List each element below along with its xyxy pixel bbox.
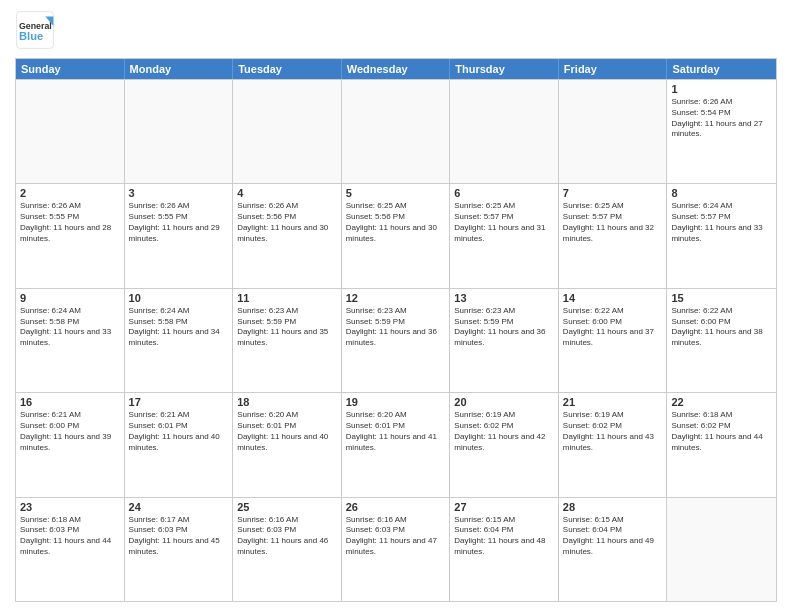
day-cell-3: 3Sunrise: 6:26 AM Sunset: 5:55 PM Daylig… <box>125 184 234 287</box>
day-cell-26: 26Sunrise: 6:16 AM Sunset: 6:03 PM Dayli… <box>342 498 451 601</box>
page: General Blue SundayMondayTuesdayWednesda… <box>0 0 792 612</box>
day-info: Sunrise: 6:15 AM Sunset: 6:04 PM Dayligh… <box>454 515 554 558</box>
day-cell-15: 15Sunrise: 6:22 AM Sunset: 6:00 PM Dayli… <box>667 289 776 392</box>
day-info: Sunrise: 6:26 AM Sunset: 5:56 PM Dayligh… <box>237 201 337 244</box>
day-number: 17 <box>129 396 229 408</box>
day-info: Sunrise: 6:19 AM Sunset: 6:02 PM Dayligh… <box>563 410 663 453</box>
day-header-tuesday: Tuesday <box>233 59 342 79</box>
day-number: 8 <box>671 187 772 199</box>
day-number: 3 <box>129 187 229 199</box>
day-header-saturday: Saturday <box>667 59 776 79</box>
day-info: Sunrise: 6:15 AM Sunset: 6:04 PM Dayligh… <box>563 515 663 558</box>
day-cell-12: 12Sunrise: 6:23 AM Sunset: 5:59 PM Dayli… <box>342 289 451 392</box>
day-cell-17: 17Sunrise: 6:21 AM Sunset: 6:01 PM Dayli… <box>125 393 234 496</box>
day-number: 23 <box>20 501 120 513</box>
day-number: 13 <box>454 292 554 304</box>
day-info: Sunrise: 6:22 AM Sunset: 6:00 PM Dayligh… <box>563 306 663 349</box>
day-cell-8: 8Sunrise: 6:24 AM Sunset: 5:57 PM Daylig… <box>667 184 776 287</box>
day-number: 22 <box>671 396 772 408</box>
day-info: Sunrise: 6:23 AM Sunset: 5:59 PM Dayligh… <box>454 306 554 349</box>
day-cell-empty <box>342 80 451 183</box>
day-number: 11 <box>237 292 337 304</box>
day-info: Sunrise: 6:22 AM Sunset: 6:00 PM Dayligh… <box>671 306 772 349</box>
day-info: Sunrise: 6:21 AM Sunset: 6:01 PM Dayligh… <box>129 410 229 453</box>
day-info: Sunrise: 6:25 AM Sunset: 5:57 PM Dayligh… <box>563 201 663 244</box>
calendar: SundayMondayTuesdayWednesdayThursdayFrid… <box>15 58 777 602</box>
week-row-1: 2Sunrise: 6:26 AM Sunset: 5:55 PM Daylig… <box>16 183 776 287</box>
day-cell-22: 22Sunrise: 6:18 AM Sunset: 6:02 PM Dayli… <box>667 393 776 496</box>
day-cell-5: 5Sunrise: 6:25 AM Sunset: 5:56 PM Daylig… <box>342 184 451 287</box>
day-cell-24: 24Sunrise: 6:17 AM Sunset: 6:03 PM Dayli… <box>125 498 234 601</box>
day-info: Sunrise: 6:24 AM Sunset: 5:58 PM Dayligh… <box>20 306 120 349</box>
day-cell-20: 20Sunrise: 6:19 AM Sunset: 6:02 PM Dayli… <box>450 393 559 496</box>
day-cell-14: 14Sunrise: 6:22 AM Sunset: 6:00 PM Dayli… <box>559 289 668 392</box>
day-cell-18: 18Sunrise: 6:20 AM Sunset: 6:01 PM Dayli… <box>233 393 342 496</box>
day-number: 9 <box>20 292 120 304</box>
day-cell-19: 19Sunrise: 6:20 AM Sunset: 6:01 PM Dayli… <box>342 393 451 496</box>
day-info: Sunrise: 6:20 AM Sunset: 6:01 PM Dayligh… <box>346 410 446 453</box>
day-info: Sunrise: 6:26 AM Sunset: 5:55 PM Dayligh… <box>20 201 120 244</box>
day-info: Sunrise: 6:19 AM Sunset: 6:02 PM Dayligh… <box>454 410 554 453</box>
day-cell-4: 4Sunrise: 6:26 AM Sunset: 5:56 PM Daylig… <box>233 184 342 287</box>
day-info: Sunrise: 6:26 AM Sunset: 5:55 PM Dayligh… <box>129 201 229 244</box>
day-info: Sunrise: 6:25 AM Sunset: 5:56 PM Dayligh… <box>346 201 446 244</box>
day-number: 20 <box>454 396 554 408</box>
day-number: 18 <box>237 396 337 408</box>
calendar-body: 1Sunrise: 6:26 AM Sunset: 5:54 PM Daylig… <box>16 79 776 601</box>
day-header-monday: Monday <box>125 59 234 79</box>
day-header-sunday: Sunday <box>16 59 125 79</box>
week-row-0: 1Sunrise: 6:26 AM Sunset: 5:54 PM Daylig… <box>16 79 776 183</box>
day-cell-empty <box>450 80 559 183</box>
day-number: 2 <box>20 187 120 199</box>
svg-text:Blue: Blue <box>19 30 43 42</box>
day-info: Sunrise: 6:18 AM Sunset: 6:02 PM Dayligh… <box>671 410 772 453</box>
day-number: 28 <box>563 501 663 513</box>
day-cell-28: 28Sunrise: 6:15 AM Sunset: 6:04 PM Dayli… <box>559 498 668 601</box>
day-cell-empty <box>559 80 668 183</box>
day-cell-23: 23Sunrise: 6:18 AM Sunset: 6:03 PM Dayli… <box>16 498 125 601</box>
day-header-thursday: Thursday <box>450 59 559 79</box>
day-cell-empty <box>16 80 125 183</box>
day-number: 7 <box>563 187 663 199</box>
day-number: 16 <box>20 396 120 408</box>
logo: General Blue <box>15 10 55 50</box>
day-cell-6: 6Sunrise: 6:25 AM Sunset: 5:57 PM Daylig… <box>450 184 559 287</box>
day-number: 27 <box>454 501 554 513</box>
day-cell-empty <box>233 80 342 183</box>
day-cell-11: 11Sunrise: 6:23 AM Sunset: 5:59 PM Dayli… <box>233 289 342 392</box>
day-cell-9: 9Sunrise: 6:24 AM Sunset: 5:58 PM Daylig… <box>16 289 125 392</box>
day-info: Sunrise: 6:25 AM Sunset: 5:57 PM Dayligh… <box>454 201 554 244</box>
day-cell-25: 25Sunrise: 6:16 AM Sunset: 6:03 PM Dayli… <box>233 498 342 601</box>
day-info: Sunrise: 6:16 AM Sunset: 6:03 PM Dayligh… <box>237 515 337 558</box>
logo-icon: General Blue <box>15 10 55 50</box>
day-number: 6 <box>454 187 554 199</box>
day-number: 25 <box>237 501 337 513</box>
day-number: 1 <box>671 83 772 95</box>
day-info: Sunrise: 6:17 AM Sunset: 6:03 PM Dayligh… <box>129 515 229 558</box>
day-info: Sunrise: 6:16 AM Sunset: 6:03 PM Dayligh… <box>346 515 446 558</box>
day-cell-27: 27Sunrise: 6:15 AM Sunset: 6:04 PM Dayli… <box>450 498 559 601</box>
day-cell-10: 10Sunrise: 6:24 AM Sunset: 5:58 PM Dayli… <box>125 289 234 392</box>
day-info: Sunrise: 6:23 AM Sunset: 5:59 PM Dayligh… <box>346 306 446 349</box>
day-cell-empty <box>667 498 776 601</box>
week-row-3: 16Sunrise: 6:21 AM Sunset: 6:00 PM Dayli… <box>16 392 776 496</box>
day-info: Sunrise: 6:24 AM Sunset: 5:58 PM Dayligh… <box>129 306 229 349</box>
day-cell-2: 2Sunrise: 6:26 AM Sunset: 5:55 PM Daylig… <box>16 184 125 287</box>
day-number: 24 <box>129 501 229 513</box>
day-cell-13: 13Sunrise: 6:23 AM Sunset: 5:59 PM Dayli… <box>450 289 559 392</box>
day-number: 21 <box>563 396 663 408</box>
day-number: 10 <box>129 292 229 304</box>
day-info: Sunrise: 6:18 AM Sunset: 6:03 PM Dayligh… <box>20 515 120 558</box>
day-cell-21: 21Sunrise: 6:19 AM Sunset: 6:02 PM Dayli… <box>559 393 668 496</box>
day-number: 5 <box>346 187 446 199</box>
day-cell-16: 16Sunrise: 6:21 AM Sunset: 6:00 PM Dayli… <box>16 393 125 496</box>
day-info: Sunrise: 6:23 AM Sunset: 5:59 PM Dayligh… <box>237 306 337 349</box>
day-header-friday: Friday <box>559 59 668 79</box>
day-info: Sunrise: 6:24 AM Sunset: 5:57 PM Dayligh… <box>671 201 772 244</box>
day-header-wednesday: Wednesday <box>342 59 451 79</box>
week-row-2: 9Sunrise: 6:24 AM Sunset: 5:58 PM Daylig… <box>16 288 776 392</box>
day-cell-empty <box>125 80 234 183</box>
header: General Blue <box>15 10 777 50</box>
day-info: Sunrise: 6:26 AM Sunset: 5:54 PM Dayligh… <box>671 97 772 140</box>
day-number: 19 <box>346 396 446 408</box>
